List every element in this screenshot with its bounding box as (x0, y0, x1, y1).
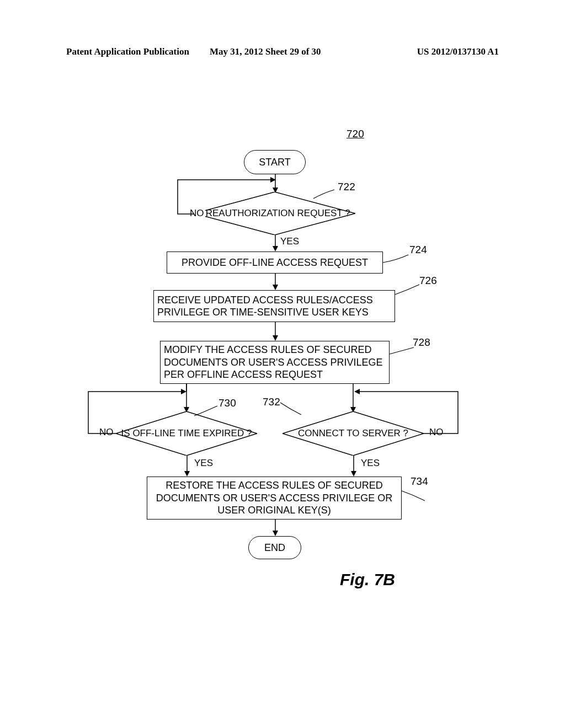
callout-728-line (390, 347, 415, 360)
ref-730: 730 (218, 397, 236, 409)
ref-720: 720 (347, 128, 364, 140)
arrow-d732-to-b734 (353, 456, 354, 477)
callout-722-line (313, 189, 335, 201)
loop-732-no (353, 392, 458, 435)
callout-726-line (395, 283, 420, 296)
ref-732: 732 (263, 396, 280, 408)
label-yes-730: YES (193, 458, 214, 469)
callout-734-line (402, 490, 426, 502)
svg-marker-7 (273, 285, 278, 290)
callout-724-line (383, 254, 411, 265)
box-restore-rules: RESTORE THE ACCESS RULES OF SECURED DOCU… (147, 477, 402, 520)
label-yes-732: YES (360, 458, 381, 469)
end-terminal: END (248, 536, 301, 559)
ref-728: 728 (413, 336, 430, 349)
loop-730-no (88, 392, 188, 435)
ref-724: 724 (409, 244, 427, 256)
ref-722: 722 (338, 181, 355, 193)
svg-marker-5 (273, 246, 278, 251)
label-yes-722: YES (279, 236, 300, 247)
arrow-b724-to-b726 (275, 274, 276, 290)
flowchart-canvas: 720 START PREAUTHORIZATION REQUEST ? 722… (0, 0, 565, 728)
ref-734: 734 (411, 475, 428, 488)
svg-marker-23 (351, 471, 356, 477)
callout-732-line (280, 402, 302, 416)
box-provide-offline: PROVIDE OFF-LINE ACCESS REQUEST (167, 251, 383, 274)
arrow-b726-to-b728 (275, 322, 276, 341)
start-terminal: START (244, 150, 306, 174)
svg-marker-25 (273, 531, 278, 536)
arrow-d730-to-b734 (186, 456, 188, 477)
figure-label: Fig. 7B (340, 570, 395, 589)
loop-722-no (178, 180, 277, 214)
ref-726: 726 (419, 275, 437, 287)
box-receive-updated: RECEIVE UPDATED ACCESS RULES/ACCESS PRIV… (153, 290, 395, 322)
arrow-b734-to-end (275, 520, 276, 536)
svg-marker-21 (184, 471, 190, 477)
callout-730-line (194, 405, 218, 417)
arrow-d722-to-b724 (275, 235, 276, 251)
box-modify-rules: MODIFY THE ACCESS RULES OF SECURED DOCUM… (160, 341, 390, 384)
svg-marker-9 (273, 335, 278, 341)
